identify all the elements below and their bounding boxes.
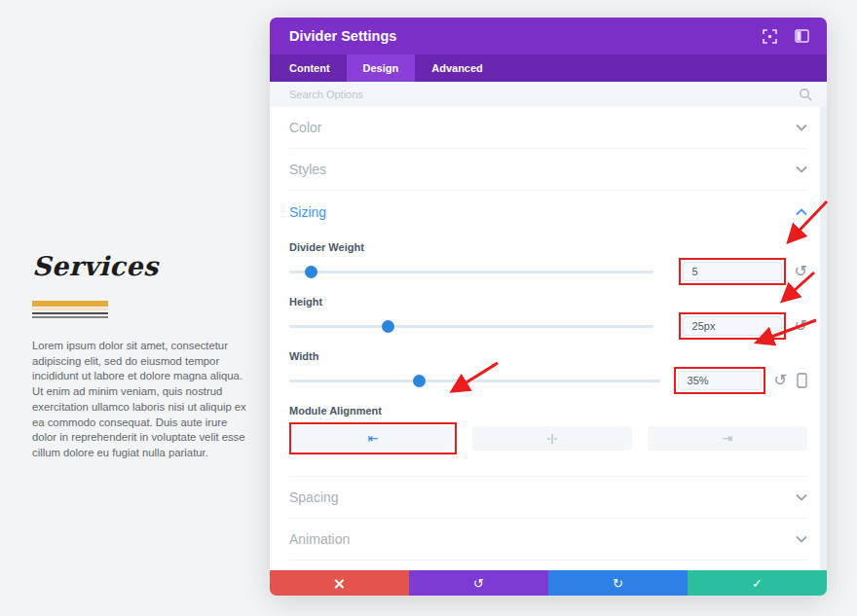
divider-preview — [32, 301, 108, 318]
modal-title: Divider Settings — [289, 28, 745, 44]
align-right-button[interactable]: ⇥ — [648, 426, 807, 451]
tab-advanced[interactable]: Advanced — [415, 54, 500, 82]
divider-module-preview: Services Lorem ipsum dolor sit amet, con… — [32, 251, 250, 461]
slider-thumb[interactable] — [305, 266, 317, 278]
section-animation-label: Animation — [289, 531, 350, 547]
discard-button[interactable]: × — [270, 570, 409, 596]
expand-modal-icon[interactable] — [763, 29, 777, 44]
close-icon: × — [333, 574, 346, 593]
preview-heading: Services — [32, 251, 250, 281]
width-input[interactable] — [678, 371, 762, 390]
modal-tabs: Content Design Advanced — [270, 54, 827, 82]
field-module-alignment: Module Alignment ⇤ ⇥ — [289, 405, 807, 454]
tab-design[interactable]: Design — [347, 54, 416, 82]
modal-header: Divider Settings — [270, 18, 827, 54]
slider-track[interactable] — [289, 380, 660, 382]
field-width: Width ↺ — [289, 350, 807, 397]
tab-content[interactable]: Content — [273, 54, 347, 82]
section-sizing-label: Sizing — [289, 204, 326, 220]
divider-weight-label: Divider Weight — [289, 241, 807, 253]
settings-body: Color Styles Sizing — [270, 107, 827, 570]
page-canvas: Services Lorem ipsum dolor sit amet, con… — [0, 0, 857, 616]
slider-thumb[interactable] — [413, 375, 426, 387]
search-input[interactable] — [289, 89, 799, 100]
height-input[interactable] — [683, 316, 782, 336]
divider-weight-slider[interactable] — [289, 266, 653, 278]
chevron-down-icon — [796, 165, 807, 173]
slider-track[interactable] — [289, 325, 653, 328]
chevron-down-icon — [796, 124, 807, 131]
reset-icon[interactable]: ↺ — [795, 264, 807, 279]
chevron-down-icon — [796, 535, 807, 543]
search-icon — [799, 88, 812, 101]
divider-stripe — [32, 312, 108, 314]
divider-settings-modal: Divider Settings Content Design Advanced — [270, 18, 827, 596]
width-slider[interactable] — [289, 375, 660, 387]
scrollbar[interactable] — [820, 107, 827, 570]
section-spacing-label: Spacing — [289, 489, 339, 505]
annotation-box-width — [674, 367, 765, 394]
section-color-label: Color — [289, 120, 321, 135]
phone-responsive-icon[interactable] — [797, 373, 807, 388]
preview-paragraph: Lorem ipsum dolor sit amet, consectetur … — [32, 339, 250, 461]
slider-thumb[interactable] — [382, 320, 394, 333]
align-left-button[interactable]: ⇤ — [293, 426, 453, 451]
divider-weight-input[interactable] — [683, 262, 782, 281]
field-height: Height ↺ — [289, 296, 807, 343]
annotation-box-alignment: ⇤ — [289, 422, 457, 454]
module-alignment-label: Module Alignment — [289, 405, 807, 417]
redo-button[interactable]: ↻ — [548, 570, 688, 596]
height-slider[interactable] — [289, 320, 653, 333]
divider-stripe — [32, 316, 108, 318]
save-button[interactable]: ✓ — [688, 570, 827, 596]
annotation-box-divider-weight — [679, 258, 786, 285]
width-label: Width — [289, 350, 807, 362]
reset-icon[interactable]: ↺ — [774, 373, 787, 388]
chevron-up-icon — [796, 208, 807, 216]
redo-icon: ↻ — [613, 576, 623, 591]
section-color[interactable]: Color — [289, 107, 807, 149]
undo-button[interactable]: ↺ — [409, 570, 548, 596]
field-divider-weight: Divider Weight ↺ — [289, 241, 807, 288]
section-styles[interactable]: Styles — [289, 149, 807, 191]
divider-stripe — [32, 308, 108, 310]
check-icon: ✓ — [752, 576, 763, 591]
annotation-box-height — [679, 312, 786, 340]
section-styles-label: Styles — [289, 162, 326, 177]
snap-panel-icon[interactable] — [795, 29, 809, 43]
section-spacing[interactable]: Spacing — [289, 477, 807, 519]
search-options-bar — [270, 82, 827, 107]
chevron-down-icon — [796, 493, 807, 501]
section-sizing[interactable]: Sizing — [289, 191, 807, 234]
divider-stripe — [32, 301, 108, 307]
section-animation[interactable]: Animation — [289, 519, 807, 561]
height-label: Height — [289, 296, 807, 308]
sizing-fields: Divider Weight ↺ — [289, 241, 807, 477]
undo-icon: ↺ — [473, 576, 484, 591]
align-center-button[interactable] — [472, 426, 632, 451]
slider-track[interactable] — [289, 271, 653, 273]
reset-icon[interactable]: ↺ — [795, 318, 807, 334]
modal-footer: × ↺ ↻ ✓ — [270, 570, 827, 596]
